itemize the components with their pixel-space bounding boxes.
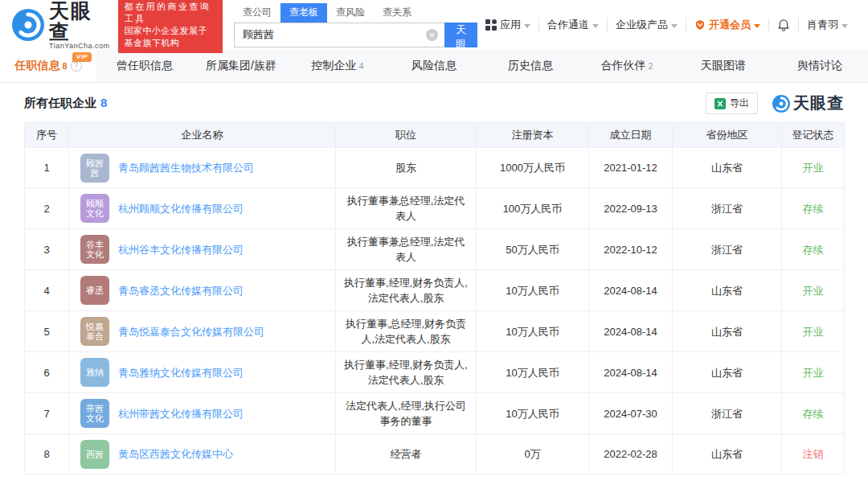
tab-label: 曾任职信息 — [117, 59, 173, 73]
tab-控制企业[interactable]: 控制企业4 — [289, 50, 386, 82]
status-badge: 存续 — [782, 188, 845, 229]
company-logo[interactable]: 带茜文化 — [80, 399, 109, 428]
date-cell: 2024-08-14 — [589, 311, 673, 352]
company-link[interactable]: 青岛雅纳文化传媒有限公司 — [118, 365, 244, 380]
company-link[interactable]: 杭州顾顺文化传播有限公司 — [118, 201, 244, 216]
position-cell: 执行董事兼总经理,法定代表人 — [336, 188, 477, 229]
search-tab-查公司[interactable]: 查公司 — [234, 3, 280, 23]
section-title-text: 所有任职企业 — [24, 96, 96, 109]
tab-任职信息[interactable]: 任职信息8?VIP — [0, 50, 96, 82]
company-logo[interactable]: 睿丞 — [80, 276, 109, 305]
company-cell: 西茜黄岛区西茜文化传媒中心 — [69, 434, 336, 475]
capital-cell: 1000万人民币 — [477, 148, 589, 188]
company-link[interactable]: 杭州带茜文化传播有限公司 — [118, 406, 244, 421]
nav-item-开通会员[interactable]: 开通会员 — [686, 18, 768, 32]
column-header-2: 职位 — [336, 123, 477, 148]
company-cell: 顾茜茜青岛顾茜茜生物技术有限公司 — [69, 148, 336, 188]
table-row: 8西茜黄岛区西茜文化传媒中心经营者0万2022-02-28山东省注销 — [25, 434, 845, 475]
date-cell: 2022-09-13 — [589, 188, 673, 229]
section-bar: 所有任职企业8 导出 天眼查 — [0, 83, 868, 122]
tianyancha-logo[interactable]: 天眼查 TianYanCha.com — [12, 0, 110, 50]
tab-count: 8 — [62, 61, 67, 71]
export-label: 导出 — [730, 97, 749, 110]
tab-label: 所属集团/族群 — [206, 59, 276, 73]
company-link[interactable]: 黄岛区西茜文化传媒中心 — [118, 446, 233, 462]
company-logo[interactable]: 西茜 — [80, 440, 109, 469]
search-button[interactable]: 天眼一下 — [444, 23, 477, 47]
tab-曾任职信息[interactable]: 曾任职信息 — [96, 50, 193, 82]
company-logo-text: 顾茜 — [86, 158, 104, 168]
search-tab-查老板[interactable]: 查老板 — [280, 3, 327, 23]
nav-item-label: 企业级产品 — [616, 18, 668, 32]
company-link[interactable]: 青岛悦嘉泰合文化传媒有限公司 — [118, 324, 264, 339]
search-input[interactable] — [234, 23, 444, 47]
tab-天眼图谱[interactable]: 天眼图谱 — [675, 50, 772, 82]
company-logo-text: 带茜 — [86, 404, 104, 413]
status-badge: 开业 — [782, 311, 845, 352]
company-logo-text: 文化 — [86, 413, 104, 423]
row-index: 4 — [25, 270, 69, 311]
top-nav: 应用合作通道企业级产品开通会员肖青羽 — [477, 18, 856, 32]
status-badge: 注销 — [782, 434, 845, 475]
company-table-wrap: 序号企业名称职位注册资本成立日期省份地区登记状态 1顾茜茜青岛顾茜茜生物技术有限… — [0, 122, 868, 475]
company-logo-text: 顾顺 — [86, 199, 104, 208]
table-row: 2顾顺文化杭州顾顺文化传播有限公司执行董事兼总经理,法定代表人100万人民币20… — [25, 188, 845, 229]
tab-合作伙伴[interactable]: 合作伙伴2 — [579, 50, 675, 82]
promo-banner: 都在用的商业查询工具 国家中小企业发展子基金旗下机构 — [118, 0, 223, 53]
company-link[interactable]: 杭州谷丰文化传播有限公司 — [118, 242, 244, 257]
position-cell: 股东 — [336, 148, 477, 188]
company-cell: 悦嘉泰合青岛悦嘉泰合文化传媒有限公司 — [69, 311, 336, 352]
column-header-0: 序号 — [25, 123, 69, 148]
watermark-text: 天眼查 — [793, 92, 844, 114]
help-icon: ? — [71, 60, 82, 72]
crown-icon — [694, 19, 706, 31]
date-cell: 2021-01-12 — [589, 148, 673, 188]
status-badge: 存续 — [782, 229, 845, 270]
nav-item-肖青羽[interactable]: 肖青羽 — [798, 18, 856, 32]
position-cell: 法定代表人,经理,执行公司事务的董事 — [336, 393, 477, 434]
tab-label: 合作伙伴 — [600, 59, 645, 73]
nav-item-企业级产品[interactable]: 企业级产品 — [607, 18, 686, 32]
company-logo-text: 悦嘉 — [86, 322, 104, 331]
clear-icon[interactable]: ✕ — [426, 29, 438, 41]
tab-风险信息[interactable]: 风险信息 — [386, 50, 482, 82]
nav-item-label: 应用 — [500, 18, 521, 32]
nav-item-bell-icon[interactable] — [768, 18, 798, 31]
status-badge: 开业 — [782, 352, 845, 393]
status-badge: 开业 — [782, 270, 845, 311]
vip-badge: VIP — [72, 52, 92, 62]
company-logo[interactable]: 谷丰文化 — [80, 235, 109, 264]
table-row: 3谷丰文化杭州谷丰文化传播有限公司执行董事兼总经理,法定代表人50万人民币202… — [25, 229, 845, 270]
region-cell: 山东省 — [673, 148, 782, 188]
column-header-1: 企业名称 — [69, 123, 336, 148]
capital-cell: 100万人民币 — [477, 188, 589, 229]
company-link[interactable]: 青岛顾茜茜生物技术有限公司 — [118, 160, 254, 175]
chevron-down-icon — [841, 24, 848, 28]
company-logo-text: 西茜 — [86, 450, 104, 459]
company-link[interactable]: 青岛睿丞文化传媒有限公司 — [118, 283, 244, 298]
tab-舆情讨论[interactable]: 舆情讨论 — [772, 50, 868, 82]
company-logo[interactable]: 雅纳 — [80, 358, 109, 387]
capital-cell: 10万人民币 — [477, 270, 589, 311]
region-cell: 山东省 — [673, 352, 782, 393]
position-cell: 执行董事,经理,财务负责人,法定代表人,股东 — [336, 270, 477, 311]
date-cell: 2024-07-30 — [589, 393, 673, 434]
chevron-down-icon — [754, 24, 760, 28]
export-button[interactable]: 导出 — [706, 92, 758, 114]
position-cell: 执行董事兼总经理,法定代表人 — [336, 229, 477, 270]
tab-历史信息[interactable]: 历史信息 — [482, 50, 579, 82]
table-row: 7带茜文化杭州带茜文化传播有限公司法定代表人,经理,执行公司事务的董事10万人民… — [25, 393, 845, 434]
nav-item-合作通道[interactable]: 合作通道 — [538, 18, 607, 32]
company-logo[interactable]: 顾茜茜 — [80, 154, 109, 183]
search-tab-查关系[interactable]: 查关系 — [374, 3, 420, 23]
search-tab-查风险[interactable]: 查风险 — [327, 3, 374, 23]
company-cell: 顾顺文化杭州顾顺文化传播有限公司 — [69, 188, 336, 229]
company-logo[interactable]: 顾顺文化 — [80, 194, 109, 223]
tab-所属集团/族群[interactable]: 所属集团/族群 — [193, 50, 289, 82]
table-row: 5悦嘉泰合青岛悦嘉泰合文化传媒有限公司执行董事,总经理,财务负责人,法定代表人,… — [25, 311, 845, 352]
nav-item-应用[interactable]: 应用 — [477, 18, 538, 32]
tianyancha-swirl-icon — [772, 95, 790, 113]
company-logo[interactable]: 悦嘉泰合 — [80, 317, 109, 346]
status-badge: 存续 — [782, 393, 845, 434]
column-header-3: 注册资本 — [477, 123, 589, 148]
